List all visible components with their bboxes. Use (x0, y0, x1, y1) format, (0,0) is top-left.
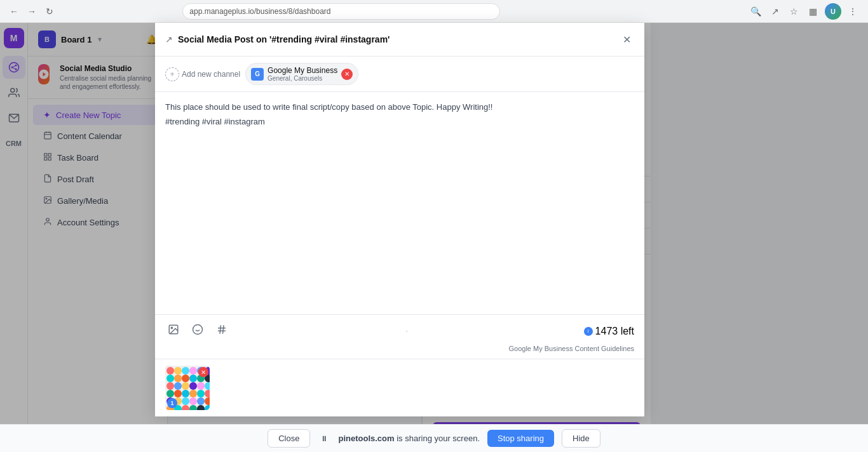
screen-share-bar: Close ⏸ pinetools.com is sharing your sc… (0, 424, 868, 452)
svg-point-71 (182, 397, 189, 405)
svg-point-65 (182, 390, 189, 397)
svg-point-37 (193, 325, 203, 335)
modal-hashtags: #trending #viral #instagram (165, 117, 634, 126)
svg-point-45 (166, 367, 174, 375)
image-thumbnail: ✕ 1 (165, 366, 210, 410)
add-channel-icon: + (165, 67, 179, 81)
svg-point-52 (174, 375, 182, 382)
modal: ↗ Social Media Post on '#trending #viral… (155, 23, 644, 416)
add-channel-button[interactable]: + Add new channel (165, 67, 240, 81)
char-count-icon: i (584, 327, 593, 336)
modal-footer: · i 1473 left Google My Business Content… (155, 314, 644, 359)
svg-point-60 (189, 382, 197, 390)
channel-chip-gmb-icon: G (251, 68, 264, 81)
svg-point-73 (197, 397, 205, 405)
svg-point-64 (174, 390, 182, 397)
refresh-button[interactable]: ↻ (43, 5, 56, 18)
search-browser-button[interactable]: 🔍 (749, 4, 764, 19)
modal-image-button[interactable] (165, 321, 182, 341)
profile-avatar[interactable]: U (825, 3, 841, 20)
image-badge: 1 (167, 398, 177, 408)
modal-emoji-button[interactable] (189, 321, 206, 341)
svg-point-63 (166, 390, 174, 397)
modal-toolbar: · i 1473 left (165, 321, 634, 341)
modal-image-row: ✕ 1 (155, 359, 644, 416)
svg-point-46 (174, 367, 182, 375)
svg-point-53 (182, 375, 189, 382)
modal-header: ↗ Social Media Post on '#trending #viral… (155, 23, 644, 56)
svg-point-54 (189, 375, 197, 382)
svg-line-42 (220, 325, 221, 334)
svg-point-59 (182, 382, 189, 390)
browser-bar: ← → ↻ app.manageplus.io/business/8/dashb… (0, 0, 868, 23)
svg-point-61 (197, 382, 205, 390)
screen-share-message: is sharing your screen. (395, 434, 480, 443)
modal-hash-button[interactable] (214, 321, 230, 341)
modal-channel-row: + Add new channel G Google My Business G… (155, 56, 644, 92)
modal-content-area[interactable]: This place should be used to write final… (155, 92, 644, 314)
modal-overlay: ↗ Social Media Post on '#trending #viral… (0, 23, 868, 452)
channel-chip-remove-button[interactable]: ✕ (341, 69, 353, 80)
extensions-button[interactable]: ▦ (806, 4, 821, 19)
screen-share-text: pinetools.com is sharing your screen. (338, 434, 480, 443)
channel-chip: G Google My Business General, Carousels … (245, 63, 358, 85)
modal-hint-text: This place should be used to write final… (165, 102, 634, 112)
stop-sharing-button[interactable]: Stop sharing (487, 430, 554, 447)
svg-point-58 (174, 382, 182, 390)
svg-point-51 (166, 375, 174, 382)
share-browser-button[interactable]: ↗ (768, 4, 783, 19)
svg-point-67 (197, 390, 205, 397)
modal-close-button[interactable]: ✕ (619, 32, 634, 47)
bookmark-button[interactable]: ☆ (787, 4, 802, 19)
char-count-text: 1473 left (595, 326, 634, 337)
image-remove-button[interactable]: ✕ (198, 367, 208, 377)
browser-actions: 🔍 ↗ ☆ ▦ U ⋮ (749, 3, 860, 20)
modal-expand-icon[interactable]: ↗ (165, 34, 173, 44)
char-count: i 1473 left (584, 326, 634, 337)
screen-share-domain: pinetools.com (338, 434, 394, 443)
svg-point-72 (189, 397, 197, 405)
svg-point-48 (189, 367, 197, 375)
pause-icon: ⏸ (318, 432, 330, 445)
svg-point-36 (171, 327, 172, 328)
svg-line-43 (223, 325, 224, 334)
screen-share-close-button[interactable]: Close (268, 429, 310, 448)
url-text: app.manageplus.io/business/8/dashboard (189, 7, 330, 16)
modal-title: Social Media Post on '#trending #viral #… (178, 34, 619, 44)
hide-button[interactable]: Hide (562, 429, 600, 448)
char-count-row: Google My Business Content Guidelines (165, 345, 634, 352)
modal-dot-indicator: · (238, 324, 576, 338)
svg-point-47 (182, 367, 189, 375)
channel-chip-info: Google My Business General, Carousels (268, 66, 337, 82)
add-channel-label: Add new channel (182, 70, 240, 79)
address-bar[interactable]: app.manageplus.io/business/8/dashboard (182, 3, 500, 20)
channel-chip-sub: General, Carousels (268, 75, 337, 82)
svg-point-57 (166, 382, 174, 390)
channel-chip-name: Google My Business (268, 66, 337, 75)
svg-point-66 (189, 390, 197, 397)
forward-button[interactable]: → (25, 5, 38, 18)
browser-menu-button[interactable]: ⋮ (845, 4, 860, 19)
back-button[interactable]: ← (8, 5, 20, 18)
content-guidelines: Google My Business Content Guidelines (509, 345, 635, 352)
